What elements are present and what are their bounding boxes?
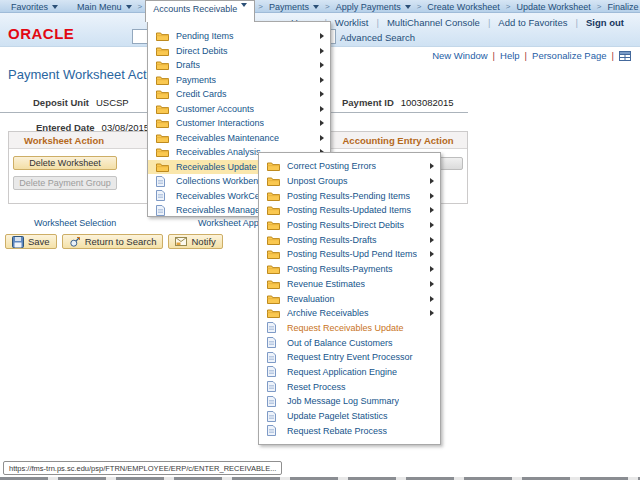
header-link[interactable]: MultiChannel Console — [379, 17, 488, 28]
folder-icon — [156, 60, 169, 70]
breadcrumb-label: Finalize Worksheet — [607, 1, 640, 13]
breadcrumb-label: Create Worksheet — [427, 1, 499, 13]
breadcrumb-label: > — [325, 1, 330, 13]
menu-item-label: Correct Posting Errors — [287, 161, 376, 171]
menu-item-icon-slot — [267, 308, 282, 318]
breadcrumb-item: > — [135, 0, 146, 13]
breadcrumb-item[interactable]: Apply Payments — [333, 0, 414, 13]
menu-item-label: Reset Process — [287, 382, 346, 392]
menu-item-icon-slot — [156, 89, 171, 99]
save-button-label: Save — [28, 236, 50, 247]
return-to-search-button[interactable]: Return to Search — [62, 234, 164, 249]
menu-item-icon-slot — [267, 352, 282, 363]
submenu-arrow-icon — [430, 251, 434, 257]
menu-item[interactable]: Payments — [148, 73, 330, 88]
notify-button-label: Notify — [191, 236, 215, 247]
folder-icon — [267, 191, 280, 201]
breadcrumb: Favorites Main Menu > Accounts Receivabl… — [0, 0, 640, 13]
menu-item[interactable]: Request Receivables Update — [259, 321, 440, 336]
chevron-down-icon — [313, 5, 319, 9]
deposit-unit-field: Deposit UnitUSCSP — [33, 97, 129, 108]
document-icon — [156, 176, 165, 187]
worksheet-selection-link[interactable]: Worksheet Selection — [34, 218, 116, 228]
menu-item[interactable]: Posting Results-Upd Pend Items — [259, 247, 440, 262]
menu-item[interactable]: Drafts — [148, 58, 330, 73]
breadcrumb-item[interactable]: Update Worksheet — [513, 0, 593, 13]
submenu-arrow-icon — [320, 135, 324, 141]
menu-item-label: Request Application Engine — [287, 367, 397, 377]
breadcrumb-item[interactable]: Payments — [266, 0, 322, 13]
menu-item[interactable]: Archive Receivables — [259, 306, 440, 321]
page-action-label: Personalize Page — [532, 50, 606, 61]
header-link[interactable]: Worklist — [327, 17, 377, 28]
breadcrumb-item: > — [594, 0, 605, 13]
folder-icon — [267, 249, 280, 259]
menu-item[interactable]: Job Message Log Summary — [259, 394, 440, 409]
delete-worksheet-button[interactable]: Delete Worksheet — [13, 156, 117, 170]
document-icon — [156, 190, 165, 201]
advanced-search-link[interactable]: Advanced Search — [340, 32, 415, 43]
page-action-label: | — [493, 50, 495, 61]
menu-item[interactable]: Request Rebate Process — [259, 423, 440, 438]
worksheet-action-title: Worksheet Action — [9, 135, 119, 146]
breadcrumb-label: Main Menu — [77, 1, 122, 13]
deposit-unit-value: USCSP — [96, 97, 129, 108]
menu-item[interactable]: Receivables Maintenance — [148, 131, 330, 146]
breadcrumb-item[interactable]: Favorites — [8, 0, 61, 13]
breadcrumb-label: Favorites — [11, 1, 48, 13]
menu-item-icon-slot — [156, 190, 171, 201]
menu-item[interactable]: Posting Results-Pending Items — [259, 188, 440, 203]
menu-item-label: Customer Interactions — [176, 118, 264, 128]
menu-item[interactable]: Reset Process — [259, 379, 440, 394]
menu-item[interactable]: Revaluation — [259, 291, 440, 306]
breadcrumb-item[interactable]: Create Worksheet — [424, 0, 502, 13]
menu-item[interactable]: Out of Balance Customers — [259, 335, 440, 350]
folder-icon — [156, 118, 169, 128]
submenu-arrow-icon — [430, 237, 434, 243]
menu-item-icon-slot — [267, 205, 282, 215]
menu-item-icon-slot — [267, 396, 282, 407]
oracle-logo: ORACLE — [8, 25, 74, 42]
breadcrumb-item[interactable]: Finalize Worksheet — [604, 0, 640, 13]
folder-icon — [267, 235, 280, 245]
breadcrumb-label: Apply Payments — [336, 1, 401, 13]
menu-item[interactable]: Posting Results-Direct Debits — [259, 218, 440, 233]
page-action-link[interactable]: Help — [496, 50, 524, 61]
save-button[interactable]: Save — [5, 234, 57, 249]
menu-item[interactable]: Customer Interactions — [148, 116, 330, 131]
menu-item[interactable]: Request Entry Event Processor — [259, 350, 440, 365]
menu-item[interactable]: Unpost Groups — [259, 174, 440, 189]
page-toolbar: Save Return to Search Notify — [5, 234, 223, 249]
menu-item-icon-slot — [267, 176, 282, 186]
menu-item-icon-slot — [156, 31, 171, 41]
folder-icon — [156, 162, 169, 172]
menu-item[interactable]: Update Pagelet Statistics — [259, 409, 440, 424]
menu-item-label: Pending Items — [176, 31, 234, 41]
header-link[interactable]: Add to Favorites — [490, 17, 575, 28]
chevron-down-icon — [52, 5, 58, 9]
page-action-link[interactable]: Personalize Page — [528, 50, 610, 61]
breadcrumb-item: > — [503, 0, 514, 13]
menu-item[interactable]: Correct Posting Errors — [259, 159, 440, 174]
menu-item[interactable]: Customer Accounts — [148, 102, 330, 117]
notify-button[interactable]: Notify — [168, 234, 222, 249]
menu-item[interactable]: Posting Results-Updated Items — [259, 203, 440, 218]
menu-item[interactable]: Posting Results-Drafts — [259, 232, 440, 247]
menu-item[interactable]: Direct Debits — [148, 44, 330, 59]
menu-item[interactable]: Revenue Estimates — [259, 277, 440, 292]
menu-item-label: Credit Cards — [176, 89, 227, 99]
menu-item-label: Collections Workbench — [176, 176, 268, 186]
page-action-link[interactable]: New Window — [428, 50, 491, 61]
breadcrumb-item[interactable]: Main Menu — [74, 0, 135, 13]
submenu-arrow-icon — [320, 33, 324, 39]
menu-item-icon-slot — [156, 162, 171, 172]
page-action-link[interactable] — [615, 51, 635, 61]
breadcrumb-item[interactable]: Accounts Receivable — [145, 0, 255, 22]
header-link[interactable]: Sign out — [578, 17, 632, 28]
menu-item[interactable]: Credit Cards — [148, 87, 330, 102]
menu-item[interactable]: Pending Items — [148, 29, 330, 44]
breadcrumb-label: Accounts Receivable — [153, 3, 237, 15]
document-icon — [267, 396, 276, 407]
menu-item[interactable]: Posting Results-Payments — [259, 262, 440, 277]
menu-item[interactable]: Request Application Engine — [259, 365, 440, 380]
